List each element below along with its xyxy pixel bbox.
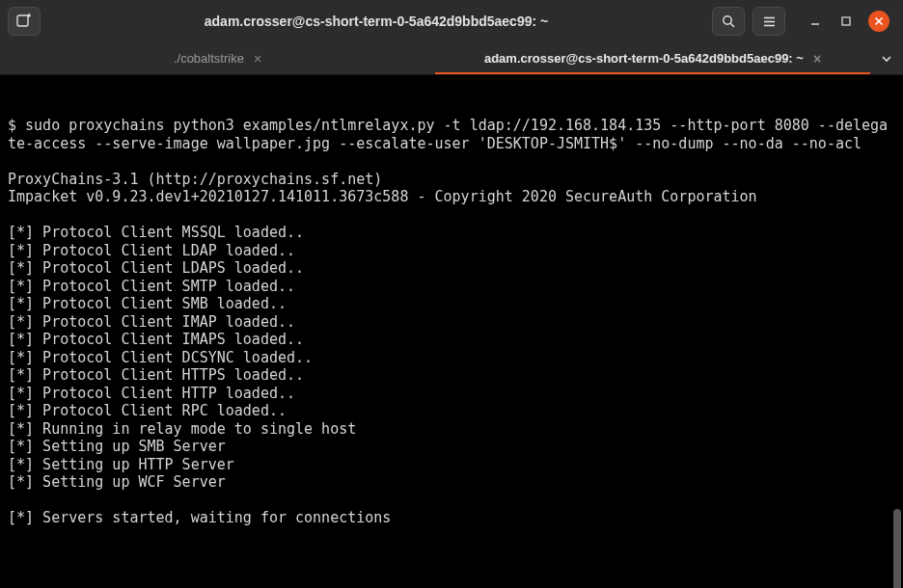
hamburger-icon xyxy=(762,14,777,29)
minimize-button[interactable] xyxy=(807,13,824,30)
new-tab-button[interactable] xyxy=(8,7,41,36)
maximize-icon xyxy=(840,15,852,27)
titlebar: adam.crosser@cs-short-term-0-5a642d9bbd5… xyxy=(0,0,903,42)
svg-line-4 xyxy=(730,23,734,27)
terminal-lines: ProxyChains-3.1 (http://proxychains.sf.n… xyxy=(8,171,757,527)
tabs-bar: ./cobaltstrike × adam.crosser@cs-short-t… xyxy=(0,42,903,75)
maximize-button[interactable] xyxy=(837,13,855,30)
tab-close-button[interactable]: × xyxy=(254,51,261,67)
minimize-icon xyxy=(809,15,821,27)
svg-point-3 xyxy=(723,15,730,23)
tab-close-button[interactable]: × xyxy=(813,51,821,67)
titlebar-left xyxy=(8,7,41,36)
titlebar-right xyxy=(712,7,895,36)
tab-label: adam.crosser@cs-short-term-0-5a642d9bbd5… xyxy=(484,51,804,66)
search-button[interactable] xyxy=(712,7,745,36)
chevron-down-icon xyxy=(881,53,892,65)
svg-rect-0 xyxy=(17,15,28,26)
scrollbar-thumb[interactable] xyxy=(893,509,901,588)
tab-label: ./cobaltstrike xyxy=(174,51,244,66)
tab-terminal-session[interactable]: adam.crosser@cs-short-term-0-5a642d9bbd5… xyxy=(435,42,870,74)
window-title: adam.crosser@cs-short-term-0-5a642d9bbd5… xyxy=(48,13,704,29)
terminal-output: $ sudo proxychains python3 examples/ntlm… xyxy=(8,117,895,527)
svg-rect-9 xyxy=(842,17,850,25)
shell-prompt: $ xyxy=(8,117,25,134)
search-icon xyxy=(722,14,736,29)
hamburger-menu-button[interactable] xyxy=(752,7,785,36)
close-icon xyxy=(874,16,884,26)
shell-command: sudo proxychains python3 examples/ntlmre… xyxy=(8,117,888,152)
new-tab-icon xyxy=(15,13,33,30)
close-button[interactable] xyxy=(868,11,889,32)
tab-cobaltstrike[interactable]: ./cobaltstrike × xyxy=(0,42,435,74)
tabs-dropdown-button[interactable] xyxy=(870,42,903,74)
window-controls xyxy=(807,11,889,32)
terminal-pane[interactable]: $ sudo proxychains python3 examples/ntlm… xyxy=(0,75,903,588)
